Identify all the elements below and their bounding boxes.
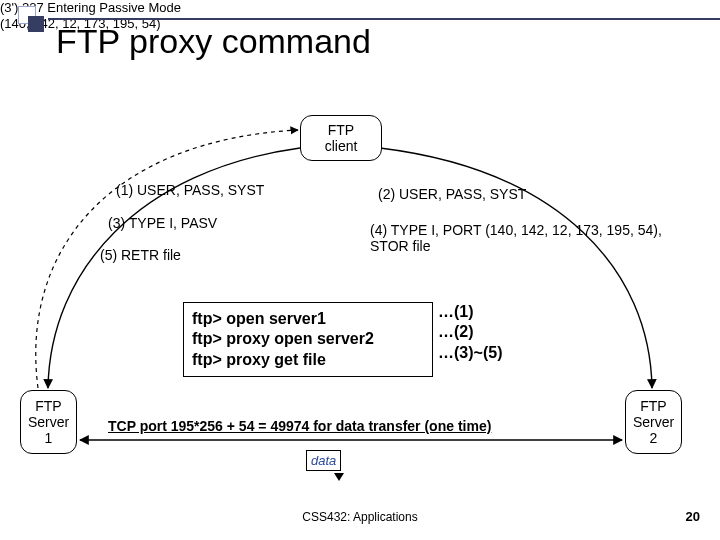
step-2: (2) USER, PASS, SYST: [378, 186, 526, 202]
data-label: data: [306, 450, 341, 471]
map-1: …(1): [438, 302, 502, 322]
cmd-open-server1: ftp> open server1: [192, 309, 424, 329]
ftp-client-label: FTP client: [325, 122, 358, 154]
node-ftp-client: FTP client: [300, 115, 382, 161]
node-ftp-server-1: FTP Server 1: [20, 390, 77, 454]
step-4-line1: (4) TYPE I, PORT (140, 142, 12, 173, 195…: [370, 222, 662, 238]
top-rule: [48, 18, 720, 20]
tcp-port-note: TCP port 195*256 + 54 = 49974 for data t…: [108, 418, 491, 434]
step-4: (4) TYPE I, PORT (140, 142, 12, 173, 195…: [370, 222, 662, 254]
step-5: (5) RETR file: [100, 247, 181, 263]
ftp-commands-box: ftp> open server1 ftp> proxy open server…: [183, 302, 433, 377]
cmd-proxy-open-server2: ftp> proxy open server2: [192, 329, 424, 349]
map-3: …(3)~(5): [438, 343, 502, 363]
slide-title: FTP proxy command: [56, 22, 371, 61]
footer-text: CSS432: Applications: [0, 510, 720, 524]
ftp-server1-label: FTP Server 1: [28, 398, 69, 446]
page-number: 20: [686, 509, 700, 524]
cmd-proxy-get-file: ftp> proxy get file: [192, 350, 424, 370]
node-ftp-server-2: FTP Server 2: [625, 390, 682, 454]
ftp-commands-map: …(1) …(2) …(3)~(5): [438, 302, 502, 363]
step-4-line2: STOR file: [370, 238, 430, 254]
slide: FTP proxy command (3') 227 Entering Pass…: [0, 0, 720, 540]
step-1: (1) USER, PASS, SYST: [116, 182, 264, 198]
passive-note-line1: (3') 227 Entering Passive Mode: [0, 0, 720, 16]
diagram-arrows: [0, 0, 720, 540]
step-3: (3) TYPE I, PASV: [108, 215, 217, 231]
ftp-server2-label: FTP Server 2: [633, 398, 674, 446]
map-2: …(2): [438, 322, 502, 342]
corner-decoration: [18, 6, 46, 34]
